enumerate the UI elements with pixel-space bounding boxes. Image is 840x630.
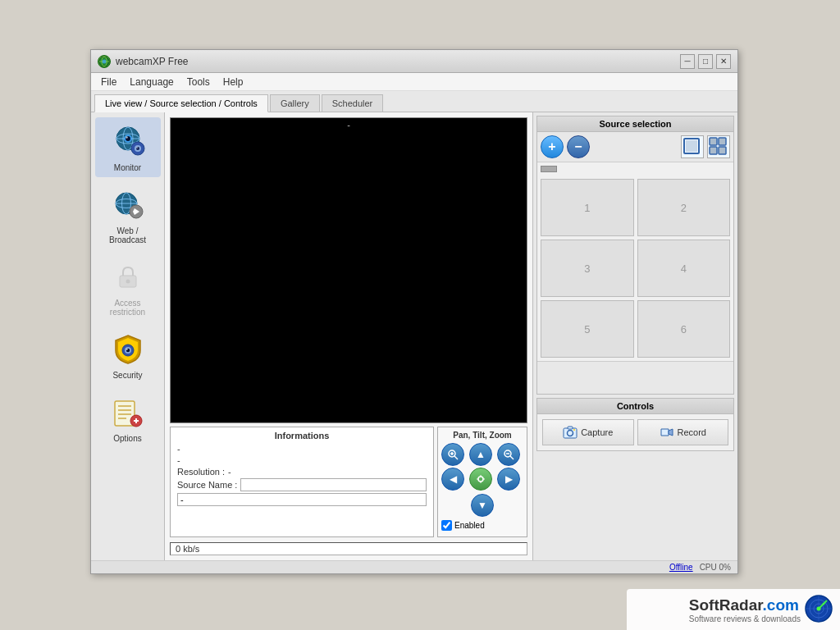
watermark-content: SoftRadar.com Software reviews & downloa… xyxy=(689,594,833,626)
maximize-button[interactable]: □ xyxy=(698,54,713,69)
record-icon xyxy=(660,425,674,440)
record-button[interactable]: Record xyxy=(637,419,729,445)
menu-language[interactable]: Language xyxy=(123,75,180,89)
restriction-icon xyxy=(115,264,141,290)
watermark-text-area: SoftRadar.com Software reviews & downloa… xyxy=(689,596,801,623)
sidebar-item-security[interactable]: Security xyxy=(95,325,161,385)
source-cell-5[interactable]: 5 xyxy=(541,300,634,358)
source-cell-6[interactable]: 6 xyxy=(637,300,731,358)
cpu-label: CPU 0% xyxy=(700,563,731,572)
security-icon-container xyxy=(108,330,148,369)
close-button[interactable]: ✕ xyxy=(716,54,731,69)
title-bar-buttons: ─ □ ✕ xyxy=(680,54,731,69)
source-toolbar: + − xyxy=(537,132,733,162)
svg-rect-48 xyxy=(710,138,717,145)
bandwidth-value: 0 kb/s xyxy=(176,544,199,554)
svg-point-62 xyxy=(817,606,821,610)
radar-icon xyxy=(804,594,833,626)
offline-label[interactable]: Offline xyxy=(669,563,693,572)
monitor-icon-container xyxy=(108,122,148,162)
bottom-panels: Informations - - Resolution : - Source xyxy=(170,427,527,537)
ptz-zoom-out-button[interactable] xyxy=(497,443,520,466)
web-broadcast-icon-container xyxy=(108,185,148,225)
bandwidth-display: 0 kb/s xyxy=(170,542,527,555)
softradar-brand: SoftRadar.com xyxy=(689,596,801,614)
ptz-down-button[interactable]: ▼ xyxy=(471,494,494,517)
status-row: 0 kb/s xyxy=(170,542,527,555)
svg-line-39 xyxy=(510,456,514,459)
sidebar-item-web-broadcast[interactable]: Web / Broadcast xyxy=(95,180,161,249)
svg-point-41 xyxy=(478,477,483,482)
web-broadcast-icon xyxy=(110,187,146,223)
ptz-center-button[interactable] xyxy=(469,468,492,491)
tab-live-view[interactable]: Live view / Source selection / Controls xyxy=(94,94,268,112)
sidebar-item-access-restriction: Access restriction xyxy=(95,253,161,322)
sidebar: Monitor Web / Broadcast xyxy=(91,112,165,560)
svg-point-25 xyxy=(126,349,127,350)
ptz-up-button[interactable]: ▲ xyxy=(469,443,492,466)
source-scroll-bar-area xyxy=(537,162,733,176)
video-area: - xyxy=(170,117,527,423)
view-grid-button[interactable] xyxy=(707,135,730,158)
menu-bar: File Language Tools Help xyxy=(91,73,737,91)
capture-label: Capture xyxy=(581,427,613,437)
title-bar: webcamXP Free ─ □ ✕ xyxy=(91,50,737,73)
source-cell-1[interactable]: 1 xyxy=(541,179,634,236)
info-row-2: - xyxy=(177,455,427,465)
info-line2: - xyxy=(177,455,180,465)
source-scroll-indicator xyxy=(541,166,557,172)
ptz-right-button[interactable]: ▶ xyxy=(497,468,520,491)
ptz-enabled-row: Enabled xyxy=(441,520,523,531)
sidebar-label-web-broadcast: Web / Broadcast xyxy=(98,226,158,244)
sidebar-item-options[interactable]: Options xyxy=(95,388,161,448)
source-selection-panel: Source selection + − xyxy=(536,116,734,395)
ptz-title: Pan, Tilt, Zoom xyxy=(441,431,523,440)
source-cell-2[interactable]: 2 xyxy=(637,179,731,236)
view-single-button[interactable] xyxy=(681,135,704,158)
source-name-input[interactable] xyxy=(240,478,427,491)
sidebar-label-security: Security xyxy=(112,371,142,380)
access-restriction-icon-container xyxy=(108,258,148,297)
app-icon xyxy=(98,55,111,68)
svg-rect-51 xyxy=(719,147,726,154)
remove-source-button[interactable]: − xyxy=(567,135,590,158)
tab-scheduler[interactable]: Scheduler xyxy=(322,94,384,112)
ptz-enabled-label: Enabled xyxy=(454,521,485,530)
ptz-grid: ▲ ◀ ▶ xyxy=(441,443,523,491)
ptz-left-button[interactable]: ◀ xyxy=(441,468,464,491)
minimize-button[interactable]: ─ xyxy=(680,54,695,69)
record-label: Record xyxy=(678,427,706,437)
info-panel: Informations - - Resolution : - Source xyxy=(170,427,434,537)
video-label: - xyxy=(347,120,350,130)
svg-point-10 xyxy=(126,136,127,138)
sidebar-item-monitor[interactable]: Monitor xyxy=(95,117,161,177)
capture-button[interactable]: Capture xyxy=(542,419,634,445)
svg-marker-56 xyxy=(669,429,673,436)
svg-point-21 xyxy=(126,280,130,284)
info-panel-title: Informations xyxy=(177,431,427,441)
info-bottom-row xyxy=(177,493,427,506)
info-bottom-input[interactable] xyxy=(177,493,427,506)
add-source-button[interactable]: + xyxy=(541,135,564,158)
ptz-enabled-checkbox[interactable] xyxy=(441,520,452,531)
svg-point-63 xyxy=(823,602,825,605)
ptz-zoom-in-button[interactable] xyxy=(441,443,464,466)
menu-file[interactable]: File xyxy=(94,75,123,89)
menu-tools[interactable]: Tools xyxy=(180,75,217,89)
controls-title: Controls xyxy=(537,399,733,414)
source-selection-title: Source selection xyxy=(537,116,733,132)
source-cell-3[interactable]: 3 xyxy=(541,240,634,297)
info-source-name-row: Source Name : xyxy=(177,478,427,491)
controls-buttons: Capture Record xyxy=(537,414,733,450)
info-line1: - xyxy=(177,444,180,454)
desktop: webcamXP Free ─ □ ✕ File Language Tools … xyxy=(0,0,840,630)
menu-help[interactable]: Help xyxy=(217,75,250,89)
svg-line-35 xyxy=(454,456,458,459)
watermark-bar: SoftRadar.com Software reviews & downloa… xyxy=(627,589,840,630)
svg-point-55 xyxy=(573,429,575,431)
tab-gallery[interactable]: Gallery xyxy=(270,94,320,112)
main-content: Monitor Web / Broadcast xyxy=(91,112,737,560)
options-icon-container xyxy=(108,393,148,432)
main-window: webcamXP Free ─ □ ✕ File Language Tools … xyxy=(90,49,738,574)
source-cell-4[interactable]: 4 xyxy=(637,240,731,297)
